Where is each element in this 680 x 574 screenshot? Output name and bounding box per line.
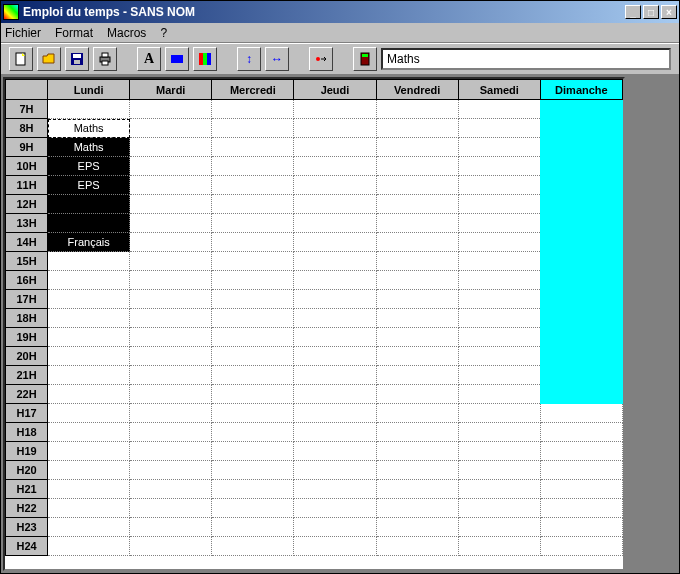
tool1-button[interactable] bbox=[309, 47, 333, 71]
row-header[interactable]: 8H bbox=[6, 119, 48, 138]
cell[interactable] bbox=[130, 328, 212, 347]
cell[interactable] bbox=[540, 347, 622, 366]
tool2-button[interactable] bbox=[353, 47, 377, 71]
cell[interactable] bbox=[130, 442, 212, 461]
cell[interactable] bbox=[212, 138, 294, 157]
save-button[interactable] bbox=[65, 47, 89, 71]
cell[interactable] bbox=[540, 404, 622, 423]
menu-fichier[interactable]: Fichier bbox=[5, 26, 41, 40]
cell[interactable] bbox=[376, 138, 458, 157]
cell[interactable] bbox=[294, 442, 376, 461]
cell[interactable] bbox=[294, 214, 376, 233]
cell[interactable] bbox=[458, 518, 540, 537]
cell[interactable] bbox=[130, 366, 212, 385]
cell[interactable] bbox=[130, 252, 212, 271]
cell[interactable] bbox=[48, 252, 130, 271]
cell[interactable] bbox=[294, 328, 376, 347]
cell[interactable] bbox=[376, 100, 458, 119]
cell[interactable] bbox=[376, 480, 458, 499]
cell[interactable] bbox=[130, 537, 212, 556]
color1-button[interactable] bbox=[165, 47, 189, 71]
cell[interactable] bbox=[48, 290, 130, 309]
row-header[interactable]: 17H bbox=[6, 290, 48, 309]
cell[interactable] bbox=[458, 480, 540, 499]
cell[interactable] bbox=[376, 195, 458, 214]
hresize-button[interactable]: ↔ bbox=[265, 47, 289, 71]
row-header[interactable]: 14H bbox=[6, 233, 48, 252]
cell[interactable] bbox=[376, 347, 458, 366]
row-header[interactable]: 9H bbox=[6, 138, 48, 157]
cell[interactable] bbox=[130, 157, 212, 176]
cell[interactable] bbox=[212, 233, 294, 252]
cell[interactable]: EPS bbox=[48, 176, 130, 195]
cell[interactable] bbox=[458, 537, 540, 556]
cell[interactable] bbox=[48, 385, 130, 404]
cell[interactable] bbox=[376, 404, 458, 423]
cell[interactable] bbox=[48, 366, 130, 385]
row-header[interactable]: H18 bbox=[6, 423, 48, 442]
cell[interactable] bbox=[48, 100, 130, 119]
cell[interactable] bbox=[130, 271, 212, 290]
cell[interactable] bbox=[458, 233, 540, 252]
cell[interactable] bbox=[130, 423, 212, 442]
cell[interactable] bbox=[294, 518, 376, 537]
row-header[interactable]: H21 bbox=[6, 480, 48, 499]
cell[interactable] bbox=[212, 100, 294, 119]
row-header[interactable]: 21H bbox=[6, 366, 48, 385]
row-header[interactable]: 7H bbox=[6, 100, 48, 119]
cell[interactable] bbox=[540, 157, 622, 176]
cell[interactable] bbox=[212, 176, 294, 195]
cell[interactable] bbox=[540, 537, 622, 556]
row-header[interactable]: H22 bbox=[6, 499, 48, 518]
cell[interactable] bbox=[376, 233, 458, 252]
cell[interactable] bbox=[540, 138, 622, 157]
cell[interactable] bbox=[458, 138, 540, 157]
day-header[interactable]: Mercredi bbox=[212, 80, 294, 100]
row-header[interactable]: 19H bbox=[6, 328, 48, 347]
cell[interactable] bbox=[294, 176, 376, 195]
cell[interactable] bbox=[376, 176, 458, 195]
cell[interactable] bbox=[458, 214, 540, 233]
cell[interactable] bbox=[294, 499, 376, 518]
row-header[interactable]: 22H bbox=[6, 385, 48, 404]
cell[interactable] bbox=[130, 290, 212, 309]
cell[interactable] bbox=[48, 461, 130, 480]
cell[interactable] bbox=[540, 385, 622, 404]
cell[interactable] bbox=[540, 366, 622, 385]
row-header[interactable]: H20 bbox=[6, 461, 48, 480]
print-button[interactable] bbox=[93, 47, 117, 71]
cell[interactable] bbox=[130, 195, 212, 214]
cell[interactable] bbox=[376, 328, 458, 347]
row-header[interactable]: H17 bbox=[6, 404, 48, 423]
cell[interactable] bbox=[294, 233, 376, 252]
menu-macros[interactable]: Macros bbox=[107, 26, 146, 40]
vresize-button[interactable]: ↕ bbox=[237, 47, 261, 71]
cell[interactable] bbox=[130, 100, 212, 119]
cell[interactable] bbox=[458, 252, 540, 271]
cell[interactable] bbox=[294, 100, 376, 119]
cell[interactable] bbox=[294, 404, 376, 423]
cell[interactable] bbox=[458, 404, 540, 423]
cell[interactable] bbox=[130, 176, 212, 195]
row-header[interactable]: H19 bbox=[6, 442, 48, 461]
cell[interactable] bbox=[376, 119, 458, 138]
day-header[interactable]: Vendredi bbox=[376, 80, 458, 100]
cell[interactable] bbox=[212, 195, 294, 214]
cell[interactable] bbox=[376, 385, 458, 404]
cell[interactable] bbox=[294, 480, 376, 499]
cell[interactable] bbox=[294, 252, 376, 271]
row-header[interactable]: 16H bbox=[6, 271, 48, 290]
row-header[interactable]: 20H bbox=[6, 347, 48, 366]
cell[interactable] bbox=[294, 309, 376, 328]
minimize-button[interactable]: _ bbox=[625, 5, 641, 19]
cell[interactable] bbox=[212, 537, 294, 556]
cell[interactable] bbox=[458, 309, 540, 328]
day-header[interactable]: Mardi bbox=[130, 80, 212, 100]
close-button[interactable]: × bbox=[661, 5, 677, 19]
row-header[interactable]: 12H bbox=[6, 195, 48, 214]
cell[interactable] bbox=[212, 461, 294, 480]
cell[interactable] bbox=[540, 214, 622, 233]
row-header[interactable]: 10H bbox=[6, 157, 48, 176]
cell[interactable] bbox=[458, 119, 540, 138]
cell[interactable] bbox=[540, 195, 622, 214]
